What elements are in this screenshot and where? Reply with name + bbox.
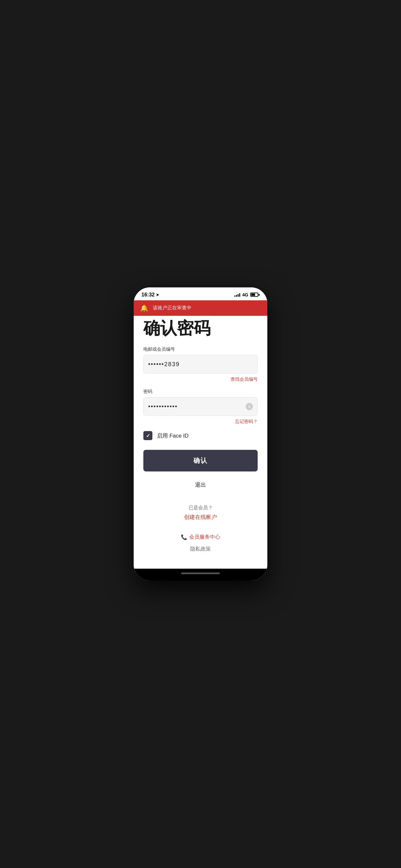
password-input-wrapper[interactable]: ••••••••••• ✕ xyxy=(143,397,258,416)
signal-bar-1 xyxy=(235,296,235,297)
forgot-password-link[interactable]: 忘记密码？ xyxy=(235,419,258,424)
signal-bar-2 xyxy=(236,295,237,297)
location-icon: ➤ xyxy=(156,292,159,297)
logout-link[interactable]: 退出 xyxy=(143,478,258,492)
status-bar: 16:32 ➤ 4G xyxy=(134,287,267,300)
phone-icon: 📞 xyxy=(181,534,187,540)
phone-screen: 16:32 ➤ 4G 🔔 xyxy=(134,287,267,581)
bottom-section: 已是会员？ 创建在线帐户 📞 会员服务中心 隐私政策 xyxy=(143,501,258,553)
email-input-value: ••••••2839 xyxy=(148,361,180,368)
notification-text: 该账户正在审查中 xyxy=(153,305,191,311)
battery-tip xyxy=(258,294,259,296)
battery-fill xyxy=(251,293,255,296)
find-member-link-container: 查找会员编号 xyxy=(143,376,258,382)
page-title: 确认密码 xyxy=(143,319,258,337)
main-content: 确认密码 电邮或会员编号 ••••••2839 查找会员编号 密码 ••••••… xyxy=(134,316,267,569)
phone-frame: 16:32 ➤ 4G 🔔 xyxy=(134,287,267,581)
service-center-text: 会员服务中心 xyxy=(189,534,220,540)
checkmark-icon: ✓ xyxy=(146,433,150,439)
password-field-group: 密码 ••••••••••• ✕ xyxy=(143,389,258,416)
signal-bar-4 xyxy=(239,293,240,297)
time-display: 16:32 xyxy=(142,292,155,298)
password-label: 密码 xyxy=(143,389,258,395)
home-bar xyxy=(181,572,220,574)
bell-icon: 🔔 xyxy=(140,304,148,312)
already-member-text: 已是会员？ xyxy=(143,505,258,511)
home-indicator-area xyxy=(134,569,267,581)
create-account-link[interactable]: 创建在线帐户 xyxy=(143,514,258,521)
find-member-link[interactable]: 查找会员编号 xyxy=(230,376,258,382)
status-right: 4G xyxy=(235,292,259,298)
signal-icon xyxy=(235,293,240,297)
signal-bar-3 xyxy=(238,294,239,297)
email-field-group: 电邮或会员编号 ••••••2839 xyxy=(143,346,258,374)
battery-icon xyxy=(250,292,259,297)
service-center-link[interactable]: 📞 会员服务中心 xyxy=(143,534,258,540)
faceid-checkbox[interactable]: ✓ xyxy=(143,431,152,440)
faceid-row: ✓ 启用 Face ID xyxy=(143,431,258,440)
password-input-value: ••••••••••• xyxy=(148,403,178,410)
network-label: 4G xyxy=(242,292,248,298)
clear-password-button[interactable]: ✕ xyxy=(246,403,253,410)
confirm-button[interactable]: 确认 xyxy=(143,450,258,471)
privacy-policy-link[interactable]: 隐私政策 xyxy=(143,546,258,553)
battery-body xyxy=(250,292,258,297)
forgot-password-link-container: 忘记密码？ xyxy=(143,418,258,425)
email-label: 电邮或会员编号 xyxy=(143,346,258,352)
email-input-wrapper[interactable]: ••••••2839 xyxy=(143,355,258,374)
notification-banner: 🔔 该账户正在审查中 xyxy=(134,300,267,316)
status-time: 16:32 ➤ xyxy=(142,292,159,298)
faceid-label: 启用 Face ID xyxy=(157,432,189,439)
